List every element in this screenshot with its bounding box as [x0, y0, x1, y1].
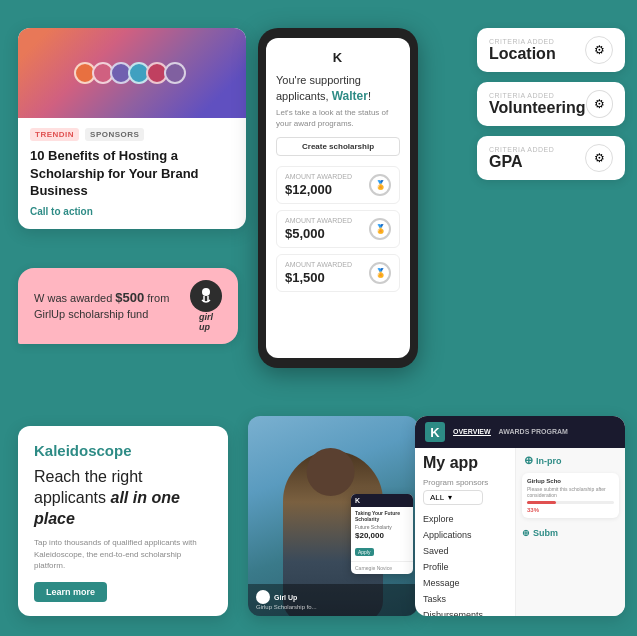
nav-item-awards[interactable]: AWARDS PROGRAM — [499, 428, 568, 436]
marketing-subtext: Tap into thousands of qualified applican… — [34, 537, 212, 571]
criteria-added-2: CRITERIA ADDED — [489, 92, 586, 99]
award-label-3: AMOUNT AWARDED — [285, 261, 352, 268]
notif-amount: $500 — [115, 290, 144, 305]
dashboard-nav: OVERVIEW AWARDS PROGRAM — [453, 428, 568, 436]
plus-icon-2: ⊕ — [522, 528, 530, 538]
blog-tags: TRENDIN SPONSORS — [30, 128, 234, 141]
mini-app-amount: $20,000 — [355, 531, 409, 540]
girlup-circle — [190, 280, 222, 312]
progress-percent: 33% — [527, 507, 614, 513]
tag-trending: TRENDIN — [30, 128, 79, 141]
learn-more-button[interactable]: Learn more — [34, 582, 107, 602]
blog-cta-link[interactable]: Call to action — [30, 206, 234, 217]
criteria-added-1: CRITERIA ADDED — [489, 38, 556, 45]
marketing-brand: Kaleidoscope — [34, 442, 212, 459]
menu-saved[interactable]: Saved — [423, 543, 497, 559]
notification-bubble: W was awarded $500 from GirlUp scholarsh… — [18, 268, 238, 344]
medal-icon-3: 🏅 — [369, 262, 391, 284]
mini-app-subtitle: Future Scholarty — [355, 524, 409, 530]
dashboard-body: My app Program sponsors ALL ▾ Explore Ap… — [415, 448, 625, 616]
criteria-card-volunteering: CRITERIA ADDED Volunteering ⚙ — [477, 82, 625, 126]
award-row-1: AMOUNT AWARDED $12,000 🏅 — [276, 166, 400, 204]
girlup-label: Girl Up — [274, 594, 297, 601]
center-image-card: K Taking Your Future Scholarity Future S… — [248, 416, 418, 616]
marketing-card: Kaleidoscope Reach the right applicants … — [18, 426, 228, 616]
chevron-down-icon: ▾ — [448, 493, 452, 502]
blog-card-body: TRENDIN SPONSORS 10 Benefits of Hosting … — [18, 118, 246, 229]
phone-logo: K — [276, 50, 400, 65]
award-label-1: AMOUNT AWARDED — [285, 173, 352, 180]
dashboard-sidebar: My app Program sponsors ALL ▾ Explore Ap… — [415, 448, 505, 616]
menu-explore[interactable]: Explore — [423, 511, 497, 527]
blog-card: TRENDIN SPONSORS 10 Benefits of Hosting … — [18, 28, 246, 229]
phone-subtext: Let's take a look at the status of your … — [276, 108, 400, 129]
scholarship-card-desc: Please submit this scholarship after con… — [527, 486, 614, 498]
dashboard-logo: K — [425, 422, 445, 442]
criteria-inner-gpa: CRITERIA ADDED GPA — [489, 146, 554, 171]
criteria-inner-volunteering: CRITERIA ADDED Volunteering — [489, 92, 586, 117]
mini-app-header: K — [351, 494, 413, 507]
image-overlay-bottom: Girl Up Girlup Scholarship fo... — [248, 584, 418, 616]
dashboard-card: K OVERVIEW AWARDS PROGRAM My app Program… — [415, 416, 625, 616]
nav-item-overview[interactable]: OVERVIEW — [453, 428, 491, 436]
phone-inner: K You're supporting applicants, Walter! … — [266, 38, 410, 358]
dashboard-header: K OVERVIEW AWARDS PROGRAM — [415, 416, 625, 448]
sponsors-label: Program sponsors — [423, 478, 497, 487]
phone-card: K You're supporting applicants, Walter! … — [258, 28, 418, 368]
mini-app-badge: Apply — [355, 548, 374, 556]
menu-tasks[interactable]: Tasks — [423, 591, 497, 607]
criteria-settings-icon-2[interactable]: ⚙ — [586, 90, 613, 118]
mini-app-screenshot: K Taking Your Future Scholarity Future S… — [351, 494, 413, 574]
menu-applications[interactable]: Applications — [423, 527, 497, 543]
award-amount-3: $1,500 — [285, 270, 352, 285]
mini-app-logo: K — [355, 497, 360, 504]
greeting-name: Walter — [332, 89, 368, 103]
mini-app-title: Taking Your Future Scholarity — [355, 510, 409, 522]
girlup-circle-small — [256, 590, 270, 604]
criteria-card-location: CRITERIA ADDED Location ⚙ — [477, 28, 625, 72]
submit-section: ⊕ Subm — [516, 524, 625, 542]
progress-bar-fill — [527, 501, 556, 504]
criteria-name-location: Location — [489, 45, 556, 63]
tag-sponsors: SPONSORS — [85, 128, 144, 141]
notification-text: W was awarded $500 from GirlUp scholarsh… — [34, 289, 178, 323]
girlup-icon — [196, 286, 216, 306]
sponsors-select[interactable]: ALL ▾ — [423, 490, 483, 505]
criteria-group: CRITERIA ADDED Location ⚙ CRITERIA ADDED… — [477, 28, 625, 180]
create-scholarship-button[interactable]: Create scholarship — [276, 137, 400, 156]
medal-icon-2: 🏅 — [369, 218, 391, 240]
select-value: ALL — [430, 493, 444, 502]
mini-app-body: Taking Your Future Scholarity Future Sch… — [351, 507, 413, 561]
criteria-card-gpa: CRITERIA ADDED GPA ⚙ — [477, 136, 625, 180]
criteria-name-gpa: GPA — [489, 153, 554, 171]
criteria-settings-icon-3[interactable]: ⚙ — [585, 144, 613, 172]
dashboard-menu: Explore Applications Saved Profile Messa… — [423, 511, 497, 616]
marketing-headline: Reach the right applicants all in one pl… — [34, 467, 212, 529]
criteria-inner-location: CRITERIA ADDED Location — [489, 38, 556, 63]
svg-point-0 — [202, 288, 210, 296]
menu-message[interactable]: Message — [423, 575, 497, 591]
menu-profile[interactable]: Profile — [423, 559, 497, 575]
scholarship-card-small: Girlup Scho Please submit this scholarsh… — [522, 473, 619, 518]
bottom-strip-item-1: Carnegie Novice — [355, 565, 392, 571]
inprogress-label: ⊕ In-pro — [516, 448, 625, 473]
notif-prefix: W was awarded — [34, 292, 115, 304]
progress-bar — [527, 501, 614, 504]
scholarship-card-title: Girlup Scho — [527, 478, 614, 484]
phone-greeting: You're supporting applicants, Walter! — [276, 73, 400, 105]
medal-icon-1: 🏅 — [369, 174, 391, 196]
girlup-bottom: Girl Up — [256, 590, 410, 604]
girlup-subtitle: Girlup Scholarship fo... — [256, 604, 410, 610]
submit-label: ⊕ Subm — [522, 528, 619, 538]
plus-icon: ⊕ — [524, 454, 533, 467]
award-amount-1: $12,000 — [285, 182, 352, 197]
menu-disbursements[interactable]: Disbursements — [423, 607, 497, 616]
criteria-name-volunteering: Volunteering — [489, 99, 586, 117]
center-image-bg: K Taking Your Future Scholarity Future S… — [248, 416, 418, 616]
girlup-text: girlup — [199, 312, 213, 332]
criteria-settings-icon-1[interactable]: ⚙ — [585, 36, 613, 64]
dashboard-content-panel: ⊕ In-pro Girlup Scho Please submit this … — [515, 448, 625, 616]
blog-card-image — [18, 28, 246, 118]
award-label-2: AMOUNT AWARDED — [285, 217, 352, 224]
award-amount-2: $5,000 — [285, 226, 352, 241]
